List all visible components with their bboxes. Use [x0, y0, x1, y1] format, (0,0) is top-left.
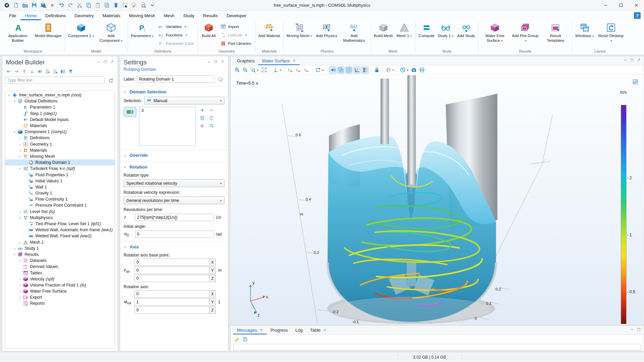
- panel-collapse-button[interactable]: [96, 60, 101, 65]
- base-point-y-input[interactable]: [134, 267, 209, 274]
- copy-text-button[interactable]: [242, 336, 249, 343]
- section-rotation[interactable]: › Rotation: [120, 163, 228, 171]
- close-icon[interactable]: ✕: [323, 328, 327, 332]
- expand-open-icon[interactable]: ›: [7, 93, 11, 97]
- tree-wetted-wall-fixed-wall[interactable]: Wetted Wall, Fixed wall(ww2): [5, 233, 115, 239]
- filter-tree-button[interactable]: [67, 68, 74, 75]
- zoom-extents-button[interactable]: [260, 66, 268, 74]
- lock-camera-button[interactable]: [373, 66, 380, 74]
- zoom-box-button[interactable]: [249, 66, 260, 74]
- tree-mesh-1[interactable]: ›Mesh 1: [5, 239, 115, 245]
- menu-developer[interactable]: Developer: [222, 11, 251, 20]
- ribbon-variables-button[interactable]: a=Variables: [156, 22, 196, 31]
- show-axes-button[interactable]: [353, 66, 361, 74]
- rotate-view-button[interactable]: [314, 66, 325, 74]
- snapshot-button[interactable]: [410, 66, 417, 74]
- tab-water-surface[interactable]: Water Surface✕: [258, 56, 300, 65]
- copy-button[interactable]: [198, 115, 206, 121]
- new-file-button[interactable]: [12, 1, 20, 9]
- maximize-button[interactable]: [613, 0, 629, 10]
- menu-home[interactable]: Home: [21, 11, 41, 20]
- tree-tables[interactable]: Tables: [5, 270, 115, 276]
- ribbon-study-1-button[interactable]: Study 1: [436, 21, 455, 39]
- ribbon-water-free-surface-button[interactable]: Water Free Surface: [480, 21, 510, 43]
- print-button[interactable]: [418, 66, 426, 74]
- section-domain-selection[interactable]: › Domain Selection: [120, 88, 228, 96]
- menu-materials[interactable]: Materials: [98, 11, 125, 20]
- tree-moving-mesh[interactable]: ›Moving Mesh: [5, 153, 115, 159]
- tree-study-1[interactable]: ›Study 1: [5, 245, 115, 251]
- tree-wall-1[interactable]: DWall 1: [5, 184, 115, 190]
- expand-closed-icon[interactable]: ›: [18, 283, 23, 287]
- graphics-canvas[interactable]: Time=5.5 s 0.60.4m0.2-0.2-0.10.20.10 m/s…: [231, 75, 643, 324]
- panel-pin-button[interactable]: [220, 60, 225, 65]
- base-point-z-input[interactable]: [134, 275, 209, 282]
- tree-results[interactable]: ›Results: [5, 251, 115, 258]
- expand-tree-button[interactable]: [44, 68, 51, 75]
- close-window-button[interactable]: [629, 0, 644, 10]
- panel-collapse-button[interactable]: [207, 60, 211, 65]
- close-icon[interactable]: ✕: [293, 58, 296, 63]
- tree-wetted-wall-automatic-from-frame[interactable]: Wetted Wall, Automatic from frame(ww1): [5, 227, 115, 233]
- initial-angle-input[interactable]: [135, 231, 214, 238]
- help-button[interactable]: ?: [634, 12, 641, 19]
- tree-materials[interactable]: Materials: [5, 123, 115, 129]
- ribbon-add-material-button[interactable]: Add Material: [257, 21, 282, 39]
- menu-file[interactable]: File: [5, 11, 21, 20]
- save-as-button[interactable]: [39, 1, 47, 9]
- expand-closed-icon[interactable]: ›: [18, 289, 23, 293]
- add-plus-button[interactable]: [198, 107, 206, 114]
- expand-closed-icon[interactable]: ›: [18, 142, 23, 146]
- tree-component-1[interactable]: ›Component 1(comp1): [5, 129, 115, 135]
- menu-study[interactable]: Study: [179, 11, 199, 20]
- expand-open-icon[interactable]: ›: [18, 166, 22, 171]
- menu-results[interactable]: Results: [199, 11, 222, 20]
- undo-button[interactable]: [57, 1, 65, 9]
- label-input[interactable]: [137, 76, 214, 83]
- ribbon-build-all-button[interactable]: Build All: [200, 21, 217, 39]
- ribbon-build-mesh-button[interactable]: Build Mesh: [373, 21, 395, 39]
- tree-export[interactable]: ›Export: [5, 294, 115, 300]
- expand-open-icon[interactable]: ›: [18, 154, 22, 159]
- panel-float-button[interactable]: [103, 60, 107, 65]
- color-palette-button[interactable]: [385, 66, 395, 74]
- tree-materials[interactable]: ›Materials: [5, 147, 115, 153]
- tree-level-set[interactable]: ›Level Set(ls): [5, 209, 115, 215]
- remove-minus-button[interactable]: [207, 107, 215, 114]
- panel-pin-button[interactable]: [110, 60, 114, 65]
- panel-float-button[interactable]: [637, 327, 641, 333]
- tab-messages[interactable]: Messages✕: [233, 326, 267, 334]
- view-xz-button[interactable]: xz: [303, 66, 310, 74]
- save-button[interactable]: [30, 1, 38, 9]
- plot-thumbnail-button[interactable]: [633, 79, 638, 86]
- refresh-button[interactable]: [107, 77, 115, 84]
- tree-parameters-1[interactable]: PiParameters 1: [5, 104, 115, 110]
- tree-gravity-1[interactable]: DGravity 1: [5, 190, 115, 196]
- expand-closed-icon[interactable]: ›: [18, 240, 23, 244]
- clear-selection-button[interactable]: [198, 122, 206, 129]
- menu-mesh[interactable]: Mesh: [159, 11, 179, 20]
- ribbon-reset-desktop-button[interactable]: Reset Desktop: [596, 21, 626, 43]
- show-grid-button[interactable]: [345, 66, 352, 74]
- show-hide-button[interactable]: [36, 68, 43, 75]
- tree-free-surface-mixer-ls-mph[interactable]: ›free_surface_mixer_ls.mph(root): [5, 92, 115, 98]
- rotation-axis-z-input[interactable]: [134, 306, 209, 314]
- expand-closed-icon[interactable]: ›: [12, 246, 17, 250]
- copy-button[interactable]: [84, 1, 93, 9]
- ribbon-add-component-button[interactable]: Add Component: [96, 21, 126, 43]
- rotation-type-combo[interactable]: Specified rotational velocity: [124, 179, 225, 187]
- move-up-button[interactable]: [21, 68, 28, 75]
- zoom-out-button[interactable]: [241, 66, 249, 74]
- delete-button[interactable]: [112, 1, 120, 9]
- open-file-button[interactable]: [21, 1, 29, 9]
- revolutions-input[interactable]: [135, 214, 214, 221]
- ribbon-result-templates-button[interactable]: Result Templates: [541, 21, 570, 43]
- ribbon-import-button[interactable]: Import: [218, 22, 253, 31]
- section-override[interactable]: › Override: [120, 151, 228, 159]
- tree-columns-button[interactable]: [59, 68, 66, 75]
- select-box-button[interactable]: [121, 1, 129, 9]
- tree-flow-continuity-1[interactable]: DFlow Continuity 1: [5, 196, 115, 202]
- customize-toolbar-button[interactable]: [148, 1, 156, 9]
- selected-domain[interactable]: 3: [141, 108, 193, 113]
- ribbon-application-builder-button[interactable]: AApplication Builder: [3, 21, 33, 43]
